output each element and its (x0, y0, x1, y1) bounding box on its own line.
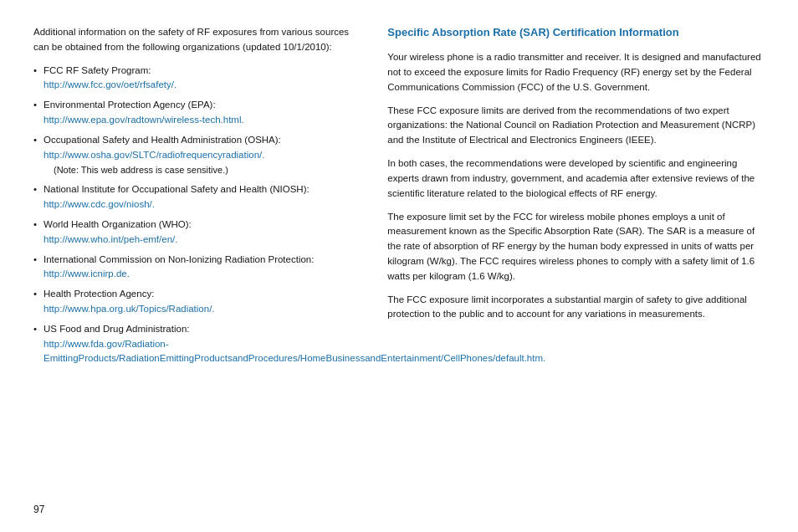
list-item-osha: Occupational Safety and Health Administr… (33, 133, 362, 177)
list-item-epa: Environmental Protection Agency (EPA): h… (33, 98, 362, 128)
paragraph-3: In both cases, the recommendations were … (387, 156, 765, 201)
org-label-niosh: National Institute for Occupational Safe… (43, 184, 309, 194)
org-label-fda: US Food and Drug Administration: (43, 324, 190, 334)
paragraph-2: These FCC exposure limits are derived fr… (387, 104, 765, 148)
page-number: 97 (33, 504, 44, 515)
org-link-epa[interactable]: http://www.epa.gov/radtown/wireless-tech… (43, 115, 244, 125)
org-label-icnirp: International Commission on Non-Ionizing… (43, 254, 314, 264)
org-label-osha: Occupational Safety and Health Administr… (43, 135, 281, 145)
page-container: Additional information on the safety of … (0, 0, 798, 532)
list-item-fcc: FCC RF Safety Program: http://www.fcc.go… (33, 64, 362, 94)
list-item-hpa: Health Protection Agency: http://www.hpa… (33, 287, 362, 317)
right-column: Specific Absorption Rate (SAR) Certifica… (387, 25, 765, 480)
left-column: Additional information on the safety of … (33, 25, 362, 480)
list-item-niosh: National Institute for Occupational Safe… (33, 182, 362, 212)
org-link-osha[interactable]: http://www.osha.gov/SLTC/radiofrequencyr… (43, 150, 264, 160)
list-item-icnirp: International Commission on Non-Ionizing… (33, 253, 362, 283)
list-item-who: World Health Organization (WHO): http://… (33, 217, 362, 248)
org-label-hpa: Health Protection Agency: (43, 289, 154, 299)
org-label-who: World Health Organization (WHO): (43, 219, 192, 229)
paragraph-4: The exposure limit set by the FCC for wi… (387, 210, 765, 284)
org-link-fcc[interactable]: http://www.fcc.gov/oet/rfsafety/. (43, 79, 176, 90)
osha-note: (Note: This web address is case sensitiv… (43, 165, 228, 175)
org-link-hpa[interactable]: http://www.hpa.org.uk/Topics/Radiation/. (43, 304, 215, 314)
organizations-list: FCC RF Safety Program: http://www.fcc.go… (33, 64, 362, 367)
intro-text: Additional information on the safety of … (33, 25, 362, 55)
org-link-who[interactable]: http://www.who.int/peh-emf/en/. (43, 234, 177, 244)
paragraph-5: The FCC exposure limit incorporates a su… (387, 293, 765, 323)
two-column-layout: Additional information on the safety of … (33, 25, 765, 480)
org-label-fcc: FCC RF Safety Program: (43, 65, 151, 75)
org-link-icnirp[interactable]: http://www.icnirp.de. (43, 269, 130, 279)
org-label-epa: Environmental Protection Agency (EPA): (43, 100, 216, 110)
list-item-fda: US Food and Drug Administration: http://… (33, 322, 362, 366)
paragraph-1: Your wireless phone is a radio transmitt… (387, 50, 765, 95)
section-title: Specific Absorption Rate (SAR) Certifica… (387, 25, 765, 40)
page-footer: 97 (33, 497, 765, 515)
org-link-niosh[interactable]: http://www.cdc.gov/niosh/. (43, 199, 155, 209)
